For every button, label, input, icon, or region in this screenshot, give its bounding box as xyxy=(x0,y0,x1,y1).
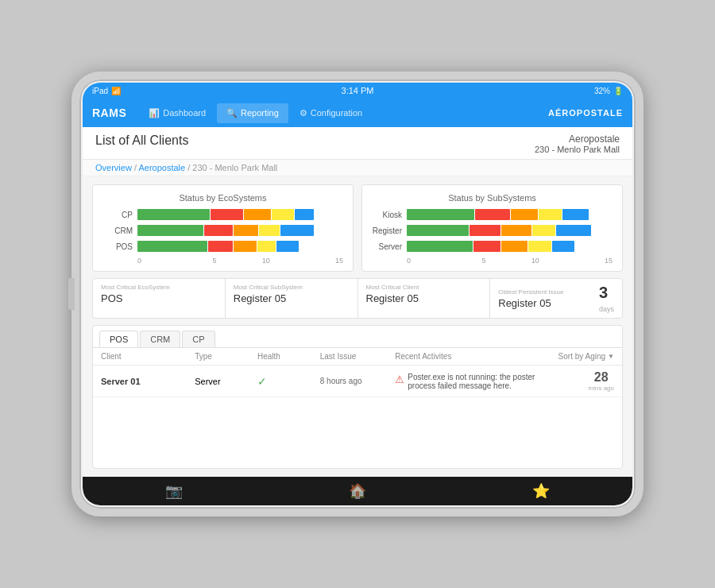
sort-chevron-icon: ▼ xyxy=(608,353,614,360)
crm-red xyxy=(204,225,233,236)
header-sort[interactable]: Sort by Aging ▼ xyxy=(551,352,614,361)
server-green xyxy=(407,241,473,252)
kiosk-yellow xyxy=(539,209,561,220)
kpi-client: Most Critical Client Register 05 xyxy=(358,279,491,318)
kiosk-label: Kiosk xyxy=(372,211,402,219)
server-bars xyxy=(407,241,613,252)
register-orange xyxy=(501,225,532,236)
battery-label: 32% xyxy=(594,87,610,95)
breadcrumb-overview[interactable]: Overview xyxy=(95,163,132,172)
status-bar-time: 3:14 PM xyxy=(342,86,374,95)
sub-axis-10: 10 xyxy=(510,257,562,265)
kpi-ecosystem-label: Most Critical EcoSystem xyxy=(101,284,217,291)
cp-orange xyxy=(244,209,271,220)
row-health: ✓ xyxy=(257,375,320,388)
configuration-icon: ⚙ xyxy=(300,108,307,118)
dashboard-label: Dashboard xyxy=(163,108,206,118)
header-type: Type xyxy=(195,352,257,361)
tablet-screen: iPad 📶 3:14 PM 32% 🔋 RAMS 📊 Dashboard 🔍 … xyxy=(83,83,632,505)
bar-row-crm: CRM xyxy=(102,225,343,236)
kiosk-bars xyxy=(407,209,613,220)
breadcrumb-current: 230 - Menlo Park Mall xyxy=(192,163,277,172)
recent-activity-text: Poster.exe is not running: the poster pr… xyxy=(408,373,551,390)
crm-yellow xyxy=(259,225,280,236)
row-type: Server xyxy=(195,377,257,386)
kpi-client-label: Most Critical Client xyxy=(366,284,482,291)
nav-tab-reporting[interactable]: 🔍 Reporting xyxy=(217,103,288,123)
minutes-count: 28 xyxy=(589,370,614,385)
table-row: Server 01 Server ✓ 8 hours ago ⚠ Poster.… xyxy=(93,366,622,397)
kpi-row: Most Critical EcoSystem POS Most Critica… xyxy=(92,278,623,319)
status-bar-right: 32% 🔋 xyxy=(594,87,623,95)
server-yellow xyxy=(528,241,551,252)
pos-orange xyxy=(234,241,256,252)
pos-label: POS xyxy=(102,242,133,251)
ecosystems-chart-area: CP CRM xyxy=(102,209,343,265)
cp-bars xyxy=(137,209,343,220)
subsystems-chart: Status by SubSystems Kiosk xyxy=(361,184,623,272)
register-blue xyxy=(556,225,591,236)
crm-green xyxy=(137,225,203,236)
pos-green xyxy=(137,241,207,252)
page-info: Aeropostale 230 - Menlo Park Mall xyxy=(535,133,620,154)
cp-green xyxy=(137,209,210,220)
nav-bar: RAMS 📊 Dashboard 🔍 Reporting ⚙ Configura… xyxy=(83,99,632,127)
dashboard-icon: 📊 xyxy=(149,108,160,118)
bar-row-cp: CP xyxy=(102,209,343,220)
row-last-issue: 8 hours ago xyxy=(320,377,396,385)
kpi-persistent: Oldest Persistent Issue Register 05 3 da… xyxy=(490,279,622,318)
axis-0: 0 xyxy=(137,257,189,265)
nav-tabs: 📊 Dashboard 🔍 Reporting ⚙ Configuration xyxy=(139,103,548,123)
pos-red xyxy=(208,241,233,252)
cp-blue xyxy=(295,209,313,220)
kiosk-blue xyxy=(562,209,589,220)
sub-axis-15: 15 xyxy=(561,257,613,265)
server-blue xyxy=(552,241,574,252)
header-health: Health xyxy=(257,352,320,361)
table-tabs: POS CRM CP xyxy=(93,326,622,348)
brand-logo: AÉROPOSTALE xyxy=(548,108,623,118)
kpi-ecosystem-value: POS xyxy=(101,292,217,304)
wifi-icon: 📶 xyxy=(111,87,121,95)
bar-row-kiosk: Kiosk xyxy=(372,209,613,220)
kpi-persistent-value: Register 05 xyxy=(498,297,563,309)
store-name: Aeropostale xyxy=(535,133,620,145)
camera-icon[interactable]: 📷 xyxy=(165,482,183,500)
axis-10: 10 xyxy=(241,257,292,265)
breadcrumb-aeropostale[interactable]: Aeropostale xyxy=(138,163,185,172)
register-yellow xyxy=(532,225,555,236)
kpi-ecosystem: Most Critical EcoSystem POS xyxy=(93,279,226,318)
ecosystems-chart-title: Status by EcoSystems xyxy=(102,193,343,203)
status-bar: iPad 📶 3:14 PM 32% 🔋 xyxy=(83,83,632,99)
pos-blue xyxy=(276,241,299,252)
server-orange xyxy=(501,241,528,252)
tab-crm[interactable]: CRM xyxy=(140,331,180,347)
reporting-label: Reporting xyxy=(241,108,279,118)
star-icon[interactable]: ⭐ xyxy=(532,482,550,500)
bar-row-pos: POS xyxy=(102,241,343,252)
store-location: 230 - Menlo Park Mall xyxy=(535,145,620,154)
cp-yellow xyxy=(272,209,294,220)
tab-cp[interactable]: CP xyxy=(182,331,214,347)
reporting-icon: 🔍 xyxy=(226,108,238,118)
kpi-persistent-label: Oldest Persistent Issue xyxy=(498,288,563,296)
kpi-days-value: 3 xyxy=(599,284,614,302)
tablet-frame: iPad 📶 3:14 PM 32% 🔋 RAMS 📊 Dashboard 🔍 … xyxy=(72,72,644,516)
axis-15: 15 xyxy=(292,257,343,265)
kpi-subsystem-label: Most Critical SubSystem xyxy=(234,284,350,291)
home-icon[interactable]: 🏠 xyxy=(349,482,366,500)
row-recent-activity: ⚠ Poster.exe is not running: the poster … xyxy=(395,373,551,390)
kiosk-red xyxy=(475,209,510,220)
bar-row-register: Register xyxy=(372,225,613,236)
kiosk-orange xyxy=(511,209,538,220)
tab-pos[interactable]: POS xyxy=(99,331,138,347)
subsystems-chart-area: Kiosk Register xyxy=(372,209,613,265)
table-header: Client Type Health Last Issue Recent Act… xyxy=(93,348,622,366)
status-bar-left: iPad 📶 xyxy=(92,87,121,95)
nav-tab-dashboard[interactable]: 📊 Dashboard xyxy=(139,103,215,123)
nav-tab-configuration[interactable]: ⚙ Configuration xyxy=(290,103,372,123)
header-last-issue: Last Issue xyxy=(320,352,396,361)
content-area: Status by EcoSystems CP xyxy=(83,176,632,477)
side-button[interactable] xyxy=(68,278,75,310)
crm-blue xyxy=(280,225,313,236)
